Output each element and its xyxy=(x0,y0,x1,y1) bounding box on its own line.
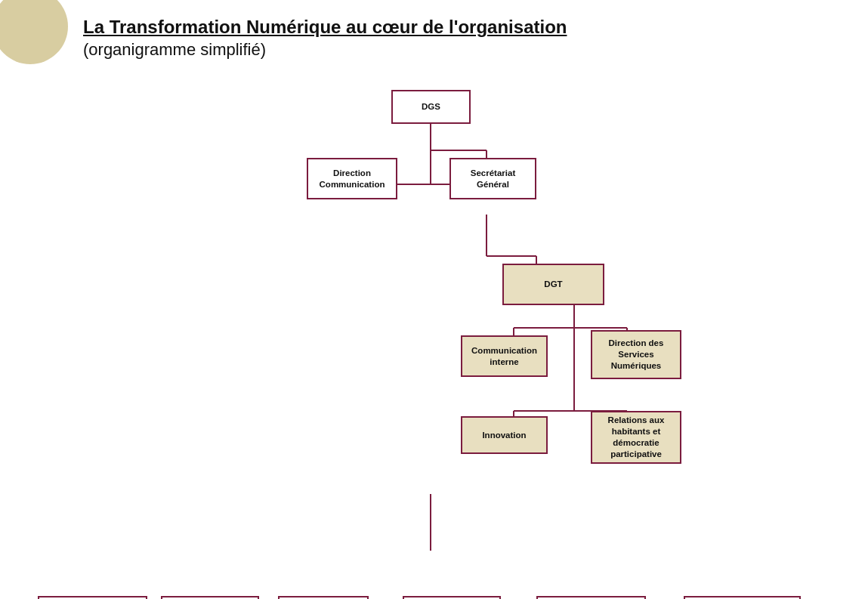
page-subtitle: (organigramme simplifié) xyxy=(83,40,845,60)
node-pole4: Pôle dynamiques territoriales xyxy=(403,596,501,599)
node-relations: Relations aux habitants et démocratie pa… xyxy=(591,411,681,464)
node-comm-interne: Communication interne xyxy=(461,335,548,377)
org-lines xyxy=(23,67,845,551)
page-title: La Transformation Numérique au cœur de l… xyxy=(83,15,845,39)
header: La Transformation Numérique au cœur de l… xyxy=(23,15,845,60)
node-sec-gen: Secrétariat Général xyxy=(449,158,536,199)
org-chart: DGS Direction Communication Secrétariat … xyxy=(23,67,845,551)
page: La Transformation Numérique au cœur de l… xyxy=(0,0,868,599)
node-pole3: Pôle Solidarité Humaine xyxy=(278,596,369,599)
node-dir-comm: Direction Communication xyxy=(307,158,397,199)
node-innovation: Innovation xyxy=(461,416,548,454)
node-pole2: Pôle égalité éducation citoyenneté xyxy=(161,596,259,599)
node-pole6: Pôle Construction et logistique xyxy=(684,596,801,599)
node-pole5: Pôle territoires et services de proximit… xyxy=(536,596,646,599)
node-dsn: Direction des Services Numériques xyxy=(591,330,681,379)
node-dgs: DGS xyxy=(391,90,471,124)
node-pole1: Pôle ressources humaines, finances et pe… xyxy=(38,596,147,599)
node-dgt: DGT xyxy=(502,264,604,305)
